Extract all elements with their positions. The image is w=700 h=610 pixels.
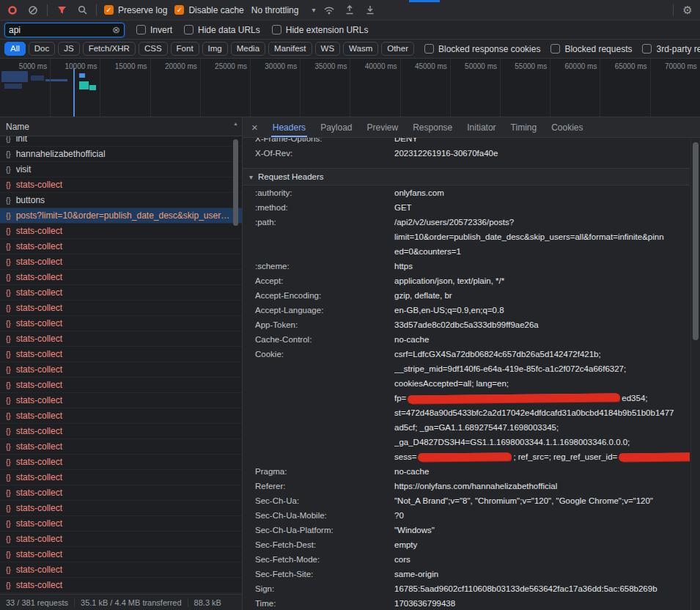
header-row: Sec-Ch-Ua-Mobile:?0 xyxy=(243,508,690,523)
preserve-log-checkbox[interactable]: Preserve log xyxy=(104,5,167,15)
network-summary-bar: 33 / 381 requests 35.1 kB / 4.4 MB trans… xyxy=(0,594,242,610)
blocked-response-cookies-label: Blocked response cookies xyxy=(438,44,540,54)
tab-cookies[interactable]: Cookies xyxy=(544,117,590,137)
request-row[interactable]: {}stats-collect xyxy=(0,285,242,301)
request-row[interactable]: {}stats-collect xyxy=(0,547,242,562)
requests-scrollbar[interactable]: ▲ xyxy=(232,119,240,592)
request-row[interactable]: {}stats-collect xyxy=(0,424,242,439)
filter-input[interactable] xyxy=(9,25,112,35)
tab-initiator[interactable]: Initiator xyxy=(460,117,503,137)
request-row[interactable]: {}stats-collect xyxy=(0,408,242,424)
header-value-line: "Not_A Brand";v="8", "Chromium";v="120",… xyxy=(394,493,690,508)
header-value-text: sess= xyxy=(394,452,416,461)
name-column-header[interactable]: Name xyxy=(0,117,242,136)
header-row: Sec-Fetch-Mode:cors xyxy=(243,552,690,567)
overview-gridline xyxy=(400,59,401,117)
filter-chip-all[interactable]: All xyxy=(4,42,26,56)
request-row[interactable]: {}stats-collect xyxy=(0,362,242,378)
script-braces-icon: {} xyxy=(6,243,11,251)
header-value-line: same-origin xyxy=(394,567,690,581)
request-row[interactable]: {}stats-collect xyxy=(0,501,242,516)
clear-filter-icon[interactable]: ⊗ xyxy=(112,25,120,34)
blocked-response-cookies-checkbox[interactable]: Blocked response cookies xyxy=(424,44,540,54)
request-row[interactable]: {}stats-collect xyxy=(0,562,242,578)
filter-chip-other[interactable]: Other xyxy=(381,42,414,56)
header-name: Pragma: xyxy=(255,464,394,479)
request-row[interactable]: {}stats-collect xyxy=(0,254,242,270)
scroll-up-icon[interactable]: ▲ xyxy=(232,119,240,128)
search-icon[interactable] xyxy=(75,4,89,17)
tab-preview[interactable]: Preview xyxy=(360,117,406,137)
hide-extension-urls-checkbox[interactable]: Hide extension URLs xyxy=(272,25,369,35)
tab-response[interactable]: Response xyxy=(405,117,460,137)
request-row[interactable]: {}hannahelizabethofficial xyxy=(0,147,242,162)
filter-funnel-icon[interactable] xyxy=(55,4,68,17)
close-details-icon[interactable]: × xyxy=(246,121,265,133)
request-name: stats-collect xyxy=(16,488,239,498)
details-scrollbar[interactable] xyxy=(690,139,700,610)
third-party-requests-checkbox[interactable]: 3rd-party requests xyxy=(642,44,700,54)
request-row[interactable]: {}stats-collect xyxy=(0,331,242,347)
request-row[interactable]: {}stats-collect xyxy=(0,532,242,547)
request-row[interactable]: {}buttons xyxy=(0,193,242,208)
request-row[interactable]: {}init xyxy=(0,136,242,147)
filter-chip-manifest[interactable]: Manifest xyxy=(268,42,312,56)
request-row[interactable]: {}stats-collect xyxy=(0,393,242,408)
request-row[interactable]: {}stats-collect xyxy=(0,347,242,362)
overview-activity-bar xyxy=(89,85,96,90)
request-row[interactable]: {}stats-collect xyxy=(0,470,242,485)
request-row[interactable]: {}stats-collect xyxy=(0,316,242,331)
overview-activity-bar xyxy=(31,76,44,81)
request-name: stats-collect xyxy=(16,257,239,267)
request-row[interactable]: {}posts?limit=10&order=publish_date_desc… xyxy=(0,208,242,224)
hide-data-urls-checkbox[interactable]: Hide data URLs xyxy=(184,25,260,35)
filter-chip-css[interactable]: CSS xyxy=(139,42,168,56)
filter-chip-wasm[interactable]: Wasm xyxy=(343,42,378,56)
import-har-icon[interactable] xyxy=(343,4,356,17)
script-braces-icon: {} xyxy=(6,581,11,589)
disable-cache-checkbox[interactable]: Disable cache xyxy=(174,5,243,15)
filter-chip-ws[interactable]: WS xyxy=(315,42,341,56)
filter-chip-js[interactable]: JS xyxy=(58,42,79,56)
throttling-dropdown[interactable]: No throttling ▾ xyxy=(251,5,316,15)
overview-strip[interactable]: 5000 ms10000 ms15000 ms20000 ms25000 ms3… xyxy=(0,59,700,117)
clear-network-log-icon[interactable] xyxy=(26,4,40,17)
overview-gridline xyxy=(250,59,251,117)
network-conditions-icon[interactable] xyxy=(323,4,336,17)
request-headers-section-header[interactable]: ▾ Request Headers xyxy=(243,168,690,185)
request-row[interactable]: {}stats-collect xyxy=(0,578,242,593)
script-braces-icon: {} xyxy=(6,227,11,235)
blocked-requests-checkbox[interactable]: Blocked requests xyxy=(550,44,632,54)
request-row[interactable]: {}stats-collect xyxy=(0,224,242,239)
request-row[interactable]: {}stats-collect xyxy=(0,378,242,393)
settings-gear-icon[interactable]: ⚙ xyxy=(681,4,694,17)
filter-chip-media[interactable]: Media xyxy=(231,42,265,56)
request-row[interactable]: {}stats-collect xyxy=(0,593,242,594)
filter-chip-doc[interactable]: Doc xyxy=(29,42,55,56)
request-row[interactable]: {}stats-collect xyxy=(0,439,242,455)
tab-headers[interactable]: Headers xyxy=(265,117,313,137)
request-row[interactable]: {}stats-collect xyxy=(0,485,242,501)
record-icon[interactable] xyxy=(6,4,19,17)
header-name: :authority: xyxy=(255,185,394,200)
request-row[interactable]: {}visit xyxy=(0,162,242,177)
request-row[interactable]: {}stats-collect xyxy=(0,301,242,316)
request-row[interactable]: {}stats-collect xyxy=(0,516,242,532)
name-column-label: Name xyxy=(6,122,29,132)
request-row[interactable]: {}stats-collect xyxy=(0,177,242,193)
request-row[interactable]: {}stats-collect xyxy=(0,270,242,285)
scrollbar-thumb[interactable] xyxy=(693,142,699,340)
script-braces-icon: {} xyxy=(6,289,11,297)
invert-checkbox[interactable]: Invert xyxy=(136,25,172,35)
request-name: stats-collect xyxy=(16,395,239,405)
header-value-line: sess=; ref_src=; reg_ref_user_id= xyxy=(394,449,690,464)
filter-chip-font[interactable]: Font xyxy=(171,42,199,56)
export-har-icon[interactable] xyxy=(364,4,377,17)
request-row[interactable]: {}stats-collect xyxy=(0,455,242,470)
tab-payload[interactable]: Payload xyxy=(313,117,359,137)
filter-chip-img[interactable]: Img xyxy=(202,42,228,56)
tab-timing[interactable]: Timing xyxy=(504,117,545,137)
filter-chip-fetch-xhr[interactable]: Fetch/XHR xyxy=(83,42,136,56)
scrollbar-thumb[interactable] xyxy=(233,139,238,226)
request-row[interactable]: {}stats-collect xyxy=(0,239,242,254)
